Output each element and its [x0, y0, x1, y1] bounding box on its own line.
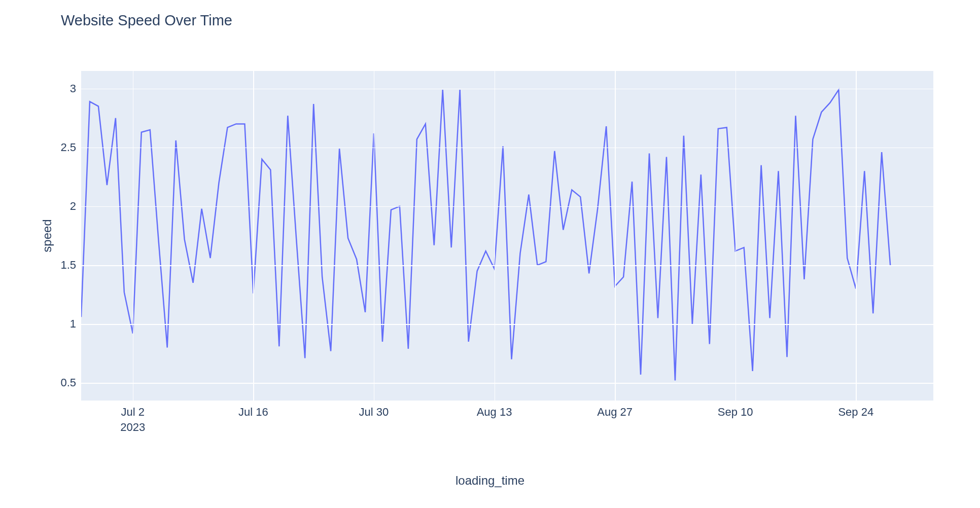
- plot-area: [81, 71, 933, 401]
- chart-title: Website Speed Over Time: [61, 12, 232, 29]
- y-tick-label: 2.5: [60, 141, 76, 154]
- x-tick-label: Aug 27: [597, 406, 633, 419]
- x-tick-label: Jul 30: [359, 406, 389, 419]
- y-axis-label: speed: [40, 219, 54, 252]
- data-series-line: [81, 90, 890, 380]
- chart-container: Website Speed Over Time speed loading_ti…: [0, 0, 980, 508]
- y-tick-label: 0.5: [60, 376, 76, 389]
- grid-line-h: [81, 324, 933, 325]
- grid-line-h: [81, 206, 933, 207]
- y-tick-label: 2: [70, 200, 76, 213]
- x-tick-label: Sep 10: [718, 406, 753, 419]
- x-axis-label: loading_time: [456, 474, 524, 488]
- grid-line-v: [133, 71, 134, 401]
- x-tick-label: Aug 13: [477, 406, 512, 419]
- grid-line-h: [81, 383, 933, 384]
- grid-line-h: [81, 89, 933, 90]
- grid-line-v: [495, 71, 496, 401]
- grid-line-v: [374, 71, 375, 401]
- grid-line-h: [81, 265, 933, 266]
- y-tick-label: 1: [70, 317, 76, 331]
- grid-line-v: [856, 71, 857, 401]
- grid-line-v: [615, 71, 616, 401]
- grid-line-h: [81, 148, 933, 149]
- x-tick-sublabel: 2023: [120, 421, 145, 434]
- y-tick-label: 3: [70, 82, 76, 95]
- x-tick-label: Sep 24: [838, 406, 873, 419]
- y-tick-label: 1.5: [60, 259, 76, 272]
- x-tick-label: Jul 16: [238, 406, 268, 419]
- x-tick-label: Jul 2: [121, 406, 145, 419]
- grid-line-v: [253, 71, 254, 401]
- grid-line-v: [736, 71, 737, 401]
- line-chart-svg: [81, 71, 933, 401]
